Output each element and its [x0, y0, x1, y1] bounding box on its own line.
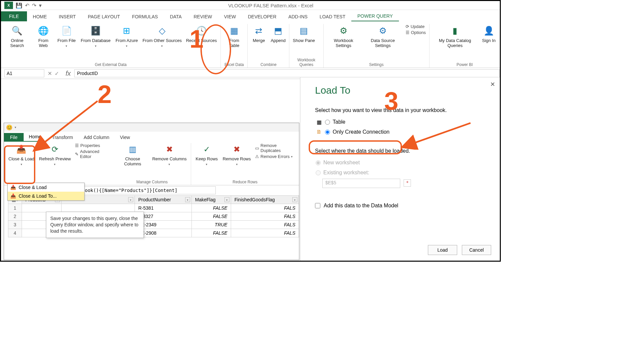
advanced-editor-button[interactable]: ✎ Advanced Editor — [75, 149, 109, 159]
from-other-sources-button[interactable]: ◇From Other Sources ▾ — [141, 24, 184, 49]
sign-in-button[interactable]: 👤Sign In — [479, 24, 498, 44]
close-icon[interactable]: ✕ — [490, 81, 495, 88]
chevron-down-icon[interactable]: ▾ — [185, 197, 190, 202]
globe-icon: 🌐 — [37, 25, 49, 37]
close-load-dropdown: 📥Close & Load 📥Close & Load To... — [7, 183, 85, 201]
choose-columns-button[interactable]: ▥Choose Columns — [115, 143, 150, 167]
table-row[interactable]: 1R-5381FALSEFALS — [8, 204, 299, 212]
fx-icon[interactable]: fx — [62, 70, 74, 77]
close-load-item[interactable]: 📥Close & Load — [8, 183, 84, 192]
cancel-formula-icon[interactable]: ✕ — [48, 70, 52, 77]
close-load-to-icon: 📥 — [10, 193, 16, 199]
name-box[interactable] — [4, 69, 44, 77]
append-button[interactable]: ⬒Append — [268, 24, 288, 44]
opt-existing-worksheet: Existing worksheet: — [315, 169, 490, 177]
from-file-button[interactable]: 📄From File ▾ — [55, 24, 78, 49]
update-button[interactable]: ⟳ Update — [406, 24, 426, 29]
tab-review[interactable]: REVIEW — [187, 12, 218, 21]
col-finishedgoodsflag[interactable]: FinishedGoodsFlag▾ — [231, 196, 299, 204]
group-excel-data: Excel Data — [222, 62, 246, 67]
qe-tab-home[interactable]: Home — [24, 132, 47, 142]
chevron-down-icon[interactable]: ▾ — [292, 197, 297, 202]
tab-file[interactable]: FILE — [1, 11, 27, 21]
options-icon: ☰ — [406, 30, 410, 35]
col-makeflag[interactable]: MakeFlag▾ — [191, 196, 231, 204]
cancel-button[interactable]: Cancel — [462, 245, 491, 255]
chevron-down-icon[interactable]: ▾ — [224, 197, 229, 202]
editor-icon: ✎ — [75, 152, 79, 157]
load-to-prompt-view: Select how you want to view this data in… — [315, 107, 490, 113]
tab-insert[interactable]: INSERT — [53, 12, 82, 21]
tab-developer[interactable]: DEVELOPER — [242, 12, 282, 21]
col-productnumber[interactable]: ProductNumber▾ — [135, 196, 192, 204]
close-and-load-button[interactable]: 📥Close & Load ▾ — [6, 143, 37, 167]
workbook-settings-icon: ⚙ — [338, 25, 350, 37]
from-table-button[interactable]: ▦From Table — [222, 24, 246, 49]
tab-data[interactable]: DATA — [164, 12, 187, 21]
annotation-2: 2 — [98, 80, 112, 109]
tab-page-layout[interactable]: PAGE LAYOUT — [82, 12, 126, 21]
workbook-settings-button[interactable]: ⚙Workbook Settings — [325, 24, 362, 49]
group-reduce-rows: Reduce Rows — [193, 179, 297, 185]
opt-table[interactable]: ▦Table — [315, 118, 490, 126]
options-button[interactable]: ☰ Options — [406, 30, 426, 35]
show-pane-button[interactable]: ▤Show Pane — [291, 24, 317, 44]
ribbon-tabs: FILE HOME INSERT PAGE LAYOUT FORMULAS DA… — [1, 10, 500, 21]
azure-icon: ⊞ — [121, 25, 133, 37]
qe-tab-view[interactable]: View — [115, 133, 135, 142]
remove-columns-button[interactable]: ✖Remove Columns ▾ — [150, 143, 189, 167]
close-load-icon: 📥 — [16, 144, 27, 155]
group-combine: Combine — [249, 62, 288, 67]
err-icon: ⚠ — [255, 154, 259, 159]
recent-icon: 🕓 — [195, 25, 207, 37]
dup-icon: ▭ — [255, 146, 259, 151]
load-to-title: Load To — [315, 85, 490, 96]
undo-icon[interactable]: ↶ — [25, 2, 29, 9]
load-to-pane: ✕ Load To Select how you want to view th… — [300, 77, 500, 262]
properties-icon: ☰ — [75, 143, 79, 148]
qat-more-icon[interactable]: ▾ — [15, 126, 16, 129]
qe-tab-file[interactable]: File — [4, 133, 24, 142]
data-source-settings-button[interactable]: ⚙Data Source Settings — [362, 24, 404, 49]
qe-tab-transform[interactable]: Transform — [47, 133, 78, 142]
from-web-button[interactable]: 🌐From Web — [32, 24, 55, 49]
add-to-data-model-checkbox[interactable]: Add this data to the Data Model — [315, 203, 490, 209]
qat-more-icon[interactable]: ▾ — [39, 2, 42, 9]
data-source-icon: ⚙ — [377, 25, 389, 37]
tab-formulas[interactable]: FORMULAS — [126, 12, 164, 21]
redo-icon[interactable]: ↷ — [32, 2, 36, 9]
close-load-to-tooltip: Save your changes to this query, close t… — [46, 212, 144, 238]
refresh-preview-button[interactable]: ⟳Refresh Preview ▾ — [37, 143, 73, 167]
keep-rows-button[interactable]: ✓Keep Rows ▾ — [193, 143, 220, 167]
from-azure-button[interactable]: ⊞From Azure ▾ — [113, 24, 141, 49]
save-icon[interactable]: 💾 — [16, 2, 22, 9]
close-load-to-item[interactable]: 📥Close & Load To... — [8, 192, 84, 200]
remove-rows-icon: ✖ — [231, 144, 242, 155]
remove-columns-icon: ✖ — [164, 144, 175, 155]
refresh-icon: ⟳ — [406, 24, 409, 29]
feedback-icon[interactable]: 😊 — [6, 124, 13, 131]
load-button[interactable]: Load — [428, 245, 457, 255]
chevron-down-icon[interactable]: ▾ — [128, 197, 133, 202]
from-database-button[interactable]: 🗄️From Database ▾ — [78, 24, 113, 49]
remove-errors-button[interactable]: ⚠ Remove Errors ▾ — [255, 154, 295, 159]
accept-formula-icon[interactable]: ✓ — [55, 70, 59, 77]
properties-button[interactable]: ☰ Properties — [75, 143, 109, 148]
qe-tab-add-column[interactable]: Add Column — [78, 133, 115, 142]
tab-view[interactable]: VIEW — [218, 12, 242, 21]
opt-only-connection[interactable]: 🗎Only Create Connection — [315, 128, 490, 136]
tab-home[interactable]: HOME — [27, 12, 53, 21]
tab-load-test[interactable]: LOAD TEST — [314, 12, 352, 21]
keep-rows-icon: ✓ — [201, 144, 212, 155]
tab-power-query[interactable]: POWER QUERY — [351, 11, 399, 21]
formula-input[interactable] — [74, 69, 500, 77]
merge-button[interactable]: ⇄Merge — [249, 24, 268, 44]
tab-addins[interactable]: ADD-INS — [282, 12, 314, 21]
recent-sources-button[interactable]: 🕓Recent Sources ▾ — [184, 24, 219, 49]
opt-new-worksheet: New worksheet — [315, 159, 490, 167]
remove-rows-button[interactable]: ✖Remove Rows ▾ — [220, 143, 253, 167]
online-search-button[interactable]: 🔍Online Search — [2, 24, 32, 49]
user-icon: 👤 — [483, 25, 495, 37]
my-data-catalog-button[interactable]: ▮My Data Catalog Queries — [431, 24, 479, 49]
remove-duplicates-button[interactable]: ▭ Remove Duplicates — [255, 143, 295, 153]
